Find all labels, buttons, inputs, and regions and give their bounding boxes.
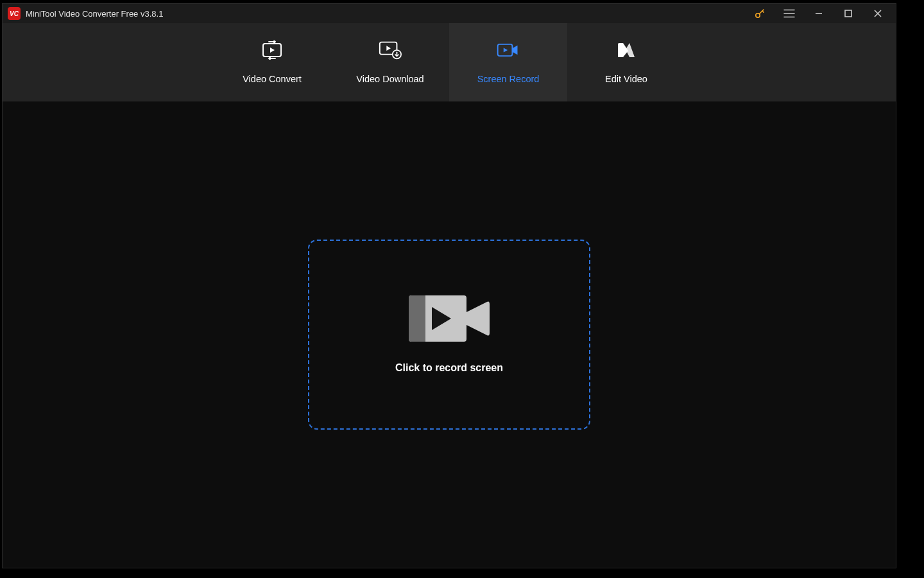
maximize-button[interactable] <box>841 6 856 21</box>
app-icon: VC <box>8 7 21 20</box>
key-icon[interactable] <box>752 6 767 21</box>
minimize-button[interactable] <box>811 6 826 21</box>
tab-edit-video[interactable]: Edit Video <box>567 23 685 101</box>
tab-label: Screen Record <box>477 74 540 84</box>
svg-marker-11 <box>270 48 275 53</box>
main-content: Click to record screen <box>3 101 896 568</box>
tab-video-download[interactable]: Video Download <box>331 23 449 101</box>
tab-label: Video Convert <box>243 74 302 84</box>
tab-video-convert[interactable]: Video Convert <box>213 23 331 101</box>
tab-label: Edit Video <box>605 74 647 84</box>
window-title: MiniTool Video Converter Free v3.8.1 <box>26 9 752 19</box>
tab-label: Video Download <box>356 74 424 84</box>
app-window: VC MiniTool Video Converter Free v3.8.1 <box>2 3 896 568</box>
record-screen-box[interactable]: Click to record screen <box>308 240 590 430</box>
svg-marker-17 <box>504 48 508 52</box>
edit-icon <box>614 40 638 60</box>
record-cta-text: Click to record screen <box>395 362 503 374</box>
svg-marker-13 <box>386 46 391 51</box>
convert-icon <box>260 40 284 60</box>
nav-tabs: Video Convert Video Download <box>3 23 896 101</box>
record-icon <box>496 40 520 60</box>
svg-rect-7 <box>845 10 851 17</box>
svg-line-2 <box>762 11 764 12</box>
hamburger-menu-icon[interactable] <box>782 6 797 21</box>
svg-rect-20 <box>422 295 425 342</box>
close-button[interactable] <box>870 6 886 21</box>
titlebar: VC MiniTool Video Converter Free v3.8.1 <box>3 4 896 23</box>
camera-icon <box>409 295 490 342</box>
download-icon <box>378 40 402 60</box>
titlebar-controls <box>752 6 886 21</box>
tab-screen-record[interactable]: Screen Record <box>449 23 567 101</box>
